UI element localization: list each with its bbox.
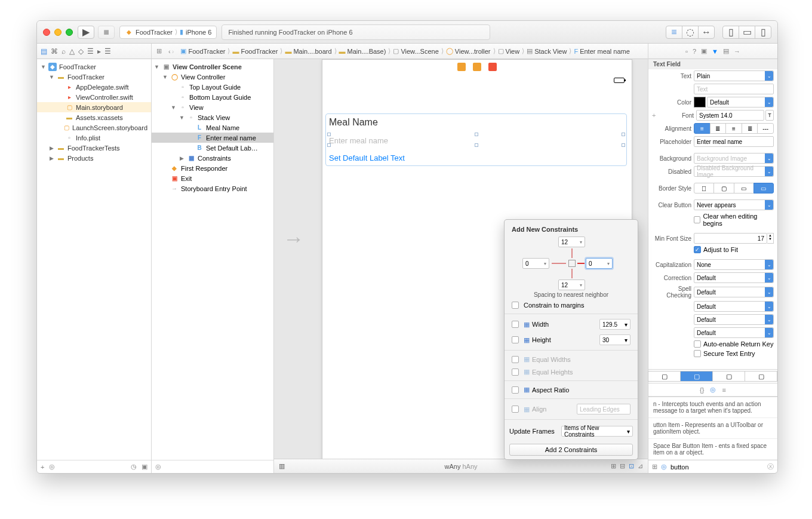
height-value-field[interactable]: 30▾ [599,334,630,345]
outline-item[interactable]: ▫Top Layout Guide [152,82,273,92]
issue-navigator-icon[interactable]: △ [69,47,75,56]
recent-filter-icon[interactable]: ◷ [131,463,137,471]
stack-view[interactable]: Meal Name Enter meal name Set Default La… [325,113,627,166]
width-checkbox[interactable] [512,321,519,328]
text-content-field[interactable]: Text [694,84,774,94]
keyboard-look-select[interactable]: Default⌄ [694,314,774,325]
border-style-segmented[interactable]: ⎕▢▭▭ [694,183,774,194]
lib-brackets-icon[interactable]: {} [700,386,704,394]
library-item[interactable]: utton Item - Represents an a UIToolbar o… [648,418,777,439]
outline-item[interactable]: ▼◯View Controller [152,72,273,82]
clear-editing-checkbox[interactable] [694,216,700,223]
object-library[interactable]: n - Intercepts touch events and an actio… [648,397,777,460]
run-button[interactable]: ▶ [78,26,94,39]
nav-item[interactable]: ▶▬FoodTrackerTests [37,143,151,153]
color-swatch[interactable] [694,97,706,108]
constrain-margins-checkbox[interactable] [512,302,519,309]
constraint-cross[interactable]: 12▾ 0▾ 0▾ 12▾ [505,237,638,290]
secure-entry-checkbox[interactable] [694,350,701,357]
outline-item[interactable]: ▼▫Stack View [152,112,273,122]
nav-item[interactable]: ▢Main.storyboard [37,102,151,112]
text-type-select[interactable]: Plain⌄ [694,70,774,81]
toggle-debug-button[interactable]: ▭ [739,26,755,39]
size-inspector-icon[interactable]: ▤ [723,47,729,55]
nav-item[interactable]: ▢LaunchScreen.storyboard [37,122,151,133]
textfield-selected[interactable]: Enter meal name [329,131,623,150]
test-navigator-icon[interactable]: ◇ [78,47,84,56]
nav-item[interactable]: ▼▬FoodTracker [37,72,151,82]
clear-button-select[interactable]: Never appears⌄ [694,199,774,210]
library-item[interactable]: Space Bar Button Item - ents a fixed spa… [648,439,777,460]
outline-item[interactable]: ▣Exit [152,173,273,183]
zoom-window-button[interactable] [66,29,73,36]
width-value-field[interactable]: 129.5▾ [599,319,630,330]
return-key-select[interactable]: Default⌄ [694,327,774,338]
filter-icon[interactable]: ◎ [155,463,161,471]
pin-tool-icon[interactable]: ⊟ [620,462,625,470]
nav-item[interactable]: ▫Info.plist [37,133,151,143]
find-navigator-icon[interactable]: ⌕ [61,47,66,56]
symbol-navigator-icon[interactable]: ⌘ [51,47,58,56]
help-inspector-icon[interactable]: ? [693,48,696,55]
font-picker-icon[interactable]: T [765,110,774,121]
resize-tool-icon[interactable]: ⊿ [638,462,643,470]
outline-item[interactable]: →Storyboard Entry Point [152,183,273,194]
toggle-utilities-button[interactable]: ▯ [755,26,771,39]
assistant-editor-button[interactable]: ◌ [682,26,699,39]
standard-editor-button[interactable]: ≡ [666,26,682,39]
background-select[interactable]: Background Image⌄ [694,153,774,164]
stop-button[interactable]: ■ [98,26,115,39]
spell-select[interactable]: Default⌄ [694,287,774,297]
add-constraints-button[interactable]: Add 2 Constraints [509,444,633,456]
library-item[interactable]: n - Intercepts touch events and an actio… [648,397,777,418]
filter-icon[interactable]: ◎ [49,463,55,471]
minimize-window-button[interactable] [54,29,61,36]
add-font-icon[interactable]: + [652,112,658,119]
outline-scene-header[interactable]: ▼▣View Controller Scene [152,62,273,72]
capitalization-select[interactable]: None⌄ [694,259,774,270]
update-frames-select[interactable]: Items of New Constraints▾ [561,426,633,437]
outline-item[interactable]: ▶▦Constraints [152,153,273,163]
nav-item[interactable]: ▬Assets.xcassets [37,112,151,122]
breakpoint-navigator-icon[interactable]: ▸ [97,47,101,56]
scene-exit-icon[interactable] [488,63,497,71]
version-editor-button[interactable]: ↔ [698,26,715,39]
aspect-checkbox[interactable] [512,386,519,394]
meal-name-label[interactable]: Meal Name [329,117,623,128]
identity-inspector-icon[interactable]: ▣ [701,47,707,55]
project-root[interactable]: ▼◆FoodTracker [37,62,151,72]
alignment-segmented[interactable]: ≡≣≡≣--- [694,123,774,134]
report-navigator-icon[interactable]: ☰ [104,47,111,56]
nav-item[interactable]: ▸AppDelegate.swift [37,82,151,92]
font-field[interactable]: System 14.0 [696,110,764,121]
attributes-inspector-icon[interactable]: ▼ [712,48,718,55]
height-checkbox[interactable] [512,336,519,343]
connections-inspector-icon[interactable]: → [734,48,740,55]
align-tool-icon[interactable]: ⊞ [611,462,616,470]
stepper[interactable]: ▲▼ [767,233,774,244]
adjust-fit-checkbox[interactable]: ✓ [694,246,701,253]
lib-circle-icon[interactable]: ◎ [710,386,716,394]
library-search-input[interactable] [670,463,764,471]
nav-item[interactable]: ▶▬Products [37,153,151,163]
debug-navigator-icon[interactable]: ☰ [87,47,94,56]
resolve-tool-icon[interactable]: ⊡ [629,462,634,470]
auto-return-checkbox[interactable] [694,340,701,348]
scene-responder-icon[interactable] [473,63,481,71]
keyboard-type-select[interactable]: Default⌄ [694,301,774,312]
library-tabs[interactable]: ▢▢▢▢ [648,369,777,383]
outline-item[interactable]: ▼▫View [152,102,273,112]
lib-list-icon[interactable]: ≡ [722,386,725,394]
outline-item[interactable]: ▫Bottom Layout Guide [152,92,273,102]
close-window-button[interactable] [43,29,50,36]
scm-filter-icon[interactable]: ▣ [142,463,147,471]
disabled-bg-select[interactable]: Disabled Background Image⌄ [694,166,774,177]
min-font-field[interactable]: 17 [694,233,767,244]
outline-item[interactable]: ◆First Responder [152,163,273,173]
grid-icon[interactable]: ⊞ [652,463,657,471]
nav-item[interactable]: ▸ViewController.swift [37,92,151,102]
scheme-selector[interactable]: ◆ FoodTracker ⟩ ▮ iPhone 6 [119,26,217,39]
jump-bar[interactable]: ⊞ ‹ › ▣FoodTracker⟩ ▬FoodTracker⟩ ▬Main.… [152,47,648,55]
outline-toggle-icon[interactable]: ▥ [279,462,285,470]
file-inspector-icon[interactable]: ▫ [685,48,688,55]
